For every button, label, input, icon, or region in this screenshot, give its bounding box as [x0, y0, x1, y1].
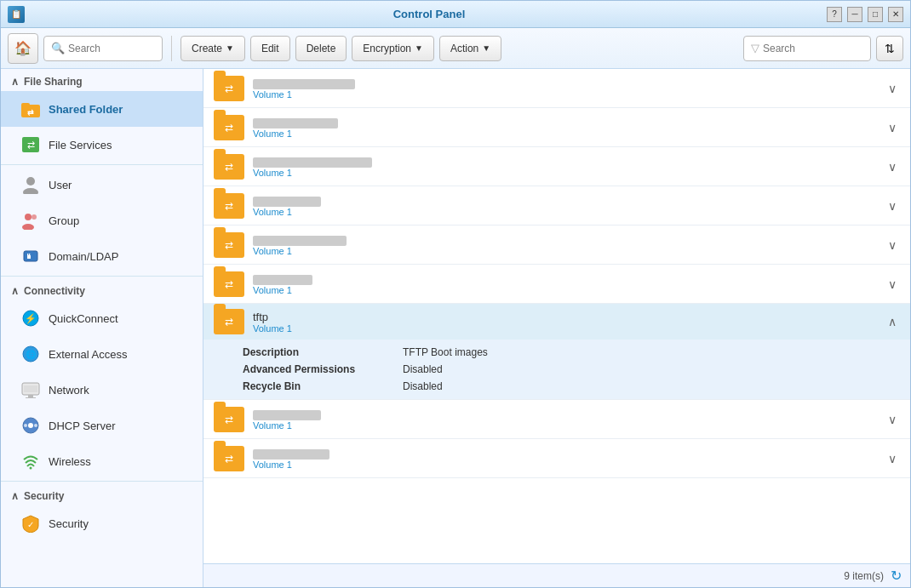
expand-button[interactable]: ∨ — [885, 235, 900, 255]
close-button[interactable]: ✕ — [888, 7, 903, 22]
restore-button[interactable]: □ — [868, 7, 883, 22]
home-button[interactable]: 🏠 — [8, 33, 38, 64]
file-sharing-chevron: ∧ — [11, 76, 19, 88]
sidebar-item-quickconnect[interactable]: ⚡ QuickConnect — [1, 300, 203, 336]
list-item[interactable]: ⇄ Volume 1 ∨ — [203, 69, 910, 108]
expand-button[interactable]: ∨ — [885, 274, 900, 294]
encryption-button[interactable]: Encryption ▼ — [352, 36, 434, 61]
main-window: 📋 Control Panel ? ─ □ ✕ 🏠 🔍 Create ▼ Edi… — [0, 0, 911, 588]
list-item-tftp[interactable]: ⇄ tftp Volume 1 ∧ Description TFTP Boot … — [203, 304, 910, 400]
share-icon: ⇄ — [225, 161, 233, 173]
item-name — [253, 408, 885, 420]
sidebar-divider-1 — [1, 164, 203, 165]
item-info: Volume 1 — [253, 116, 885, 139]
folder-icon: ⇄ — [214, 271, 244, 297]
sidebar-item-group[interactable]: Group — [1, 203, 203, 238]
item-count: 9 item(s) — [844, 570, 884, 582]
list-item[interactable]: ⇄ Volume 1 ∨ — [203, 186, 910, 225]
item-volume: Volume 1 — [253, 128, 885, 139]
folder-icon-tftp: ⇄ — [214, 309, 244, 334]
list-item[interactable]: ⇄ Volume 1 ∨ — [203, 400, 910, 439]
security-section-label: Security — [24, 490, 64, 502]
blurred-name — [253, 236, 347, 246]
list-item-main: ⇄ Volume 1 ∨ — [214, 115, 900, 140]
sidebar-item-security[interactable]: ✓ Security — [1, 505, 203, 541]
list-item[interactable]: ⇄ Volume 1 ∨ — [203, 147, 910, 186]
recycle-bin-label: Recycle Bin — [243, 380, 396, 392]
item-volume: Volume 1 — [253, 89, 885, 100]
folder-icon: ⇄ — [214, 115, 244, 140]
svg-point-9 — [22, 224, 34, 230]
refresh-button[interactable]: ↻ — [891, 568, 902, 584]
list-item-main: ⇄ Volume 1 ∨ — [214, 154, 900, 180]
collapse-button-tftp[interactable]: ∧ — [885, 311, 900, 332]
dhcp-icon — [21, 416, 40, 435]
sidebar-divider-3 — [1, 481, 203, 482]
blurred-name — [253, 157, 372, 168]
item-volume: Volume 1 — [253, 246, 885, 256]
item-name — [253, 233, 885, 246]
expand-button[interactable]: ∨ — [885, 196, 900, 216]
app-icon: 📋 — [8, 6, 25, 23]
list-item[interactable]: ⇄ Volume 1 ∨ — [203, 439, 910, 478]
create-dropdown-arrow: ▼ — [226, 43, 234, 53]
shared-folder-label: Shared Folder — [49, 103, 123, 116]
sidebar-item-wireless[interactable]: Wireless — [1, 443, 203, 479]
share-icon: ⇄ — [225, 316, 233, 328]
item-info: Volume 1 — [253, 77, 885, 100]
sidebar-item-domain-ldap[interactable]: ID Domain/LDAP — [1, 238, 203, 274]
expand-button[interactable]: ∨ — [885, 78, 900, 99]
svg-point-5 — [26, 177, 35, 186]
folder-icon: ⇄ — [214, 446, 244, 471]
expand-button[interactable]: ∨ — [885, 157, 900, 177]
action-button[interactable]: Action ▼ — [439, 36, 501, 61]
sidebar-item-external-access[interactable]: 🌐 External Access — [1, 336, 203, 372]
shared-folder-icon: ⇄ — [21, 100, 40, 118]
sidebar-item-user[interactable]: User — [1, 167, 203, 203]
list-item[interactable]: ⇄ Volume 1 ∨ — [203, 225, 910, 265]
minimize-button[interactable]: ─ — [847, 7, 862, 22]
connectivity-label: Connectivity — [24, 285, 85, 297]
item-name — [253, 272, 885, 285]
help-button[interactable]: ? — [827, 7, 842, 22]
list-item-main: ⇄ Volume 1 ∨ — [214, 446, 900, 471]
group-icon — [21, 211, 40, 230]
blurred-name — [253, 118, 338, 128]
sidebar-item-network[interactable]: Network — [1, 372, 203, 408]
expand-button[interactable]: ∨ — [885, 409, 900, 430]
item-info: Volume 1 — [253, 272, 885, 295]
item-name — [253, 194, 885, 207]
item-volume: Volume 1 — [253, 460, 885, 470]
connectivity-chevron: ∧ — [11, 285, 19, 297]
sidebar-section-connectivity[interactable]: ∧ Connectivity — [1, 278, 203, 300]
item-name — [253, 116, 885, 128]
share-icon: ⇄ — [225, 414, 233, 425]
svg-text:🌐: 🌐 — [26, 349, 37, 360]
filter-search-input[interactable] — [763, 43, 863, 54]
svg-rect-1 — [21, 103, 30, 107]
window-controls: ? ─ □ ✕ — [827, 7, 903, 22]
sidebar-search-input[interactable] — [68, 43, 155, 54]
sidebar-item-dhcp-server[interactable]: DHCP Server — [1, 408, 203, 443]
search-icon: 🔍 — [51, 42, 65, 54]
svg-point-7 — [25, 214, 32, 220]
folder-list: ⇄ Volume 1 ∨ — [203, 69, 910, 563]
edit-button[interactable]: Edit — [250, 36, 290, 61]
svg-text:✓: ✓ — [27, 520, 34, 529]
expand-button[interactable]: ∨ — [885, 117, 900, 138]
create-button[interactable]: Create ▼ — [180, 36, 245, 61]
sidebar-item-file-services[interactable]: ⇄ File Services — [1, 127, 203, 163]
list-item[interactable]: ⇄ Volume 1 ∨ — [203, 265, 910, 304]
expand-button[interactable]: ∨ — [885, 448, 900, 469]
sidebar-search-box[interactable]: 🔍 — [43, 36, 163, 61]
item-name — [253, 447, 885, 460]
delete-button[interactable]: Delete — [295, 36, 347, 61]
sort-button[interactable]: ⇅ — [876, 36, 903, 61]
network-icon — [21, 380, 40, 399]
folder-icon: ⇄ — [214, 407, 244, 432]
list-item[interactable]: ⇄ Volume 1 ∨ — [203, 108, 910, 147]
sidebar-item-shared-folder[interactable]: ⇄ Shared Folder — [1, 91, 203, 127]
filter-search-box[interactable]: ▽ — [743, 36, 871, 61]
sidebar-section-file-sharing[interactable]: ∧ File Sharing — [1, 69, 203, 91]
sidebar-section-security[interactable]: ∧ Security — [1, 483, 203, 505]
